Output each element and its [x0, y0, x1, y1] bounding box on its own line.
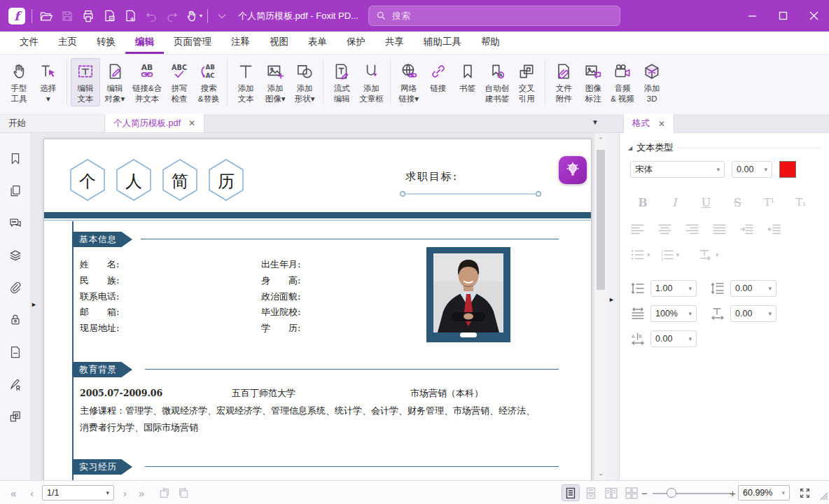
bold-button[interactable]: B — [634, 193, 652, 211]
zoom-slider-knob[interactable] — [667, 488, 676, 498]
single-page-view-button[interactable] — [562, 484, 580, 501]
facing-view-button[interactable] — [602, 484, 620, 501]
previous-view-button[interactable] — [158, 481, 170, 504]
menu-accessibility[interactable]: 辅助工具 — [414, 31, 471, 54]
first-line-indent-icon[interactable]: ▾ — [699, 249, 719, 260]
align-right-icon[interactable] — [685, 224, 699, 234]
page-number-box[interactable]: 1/1 ▾ — [42, 485, 114, 500]
ribbon-link[interactable]: 链接 — [424, 58, 453, 96]
vertical-scrollbar[interactable]: ⌃ ⌄ — [594, 133, 606, 480]
scrollbar-thumb[interactable] — [597, 150, 605, 290]
next-view-button[interactable] — [178, 481, 190, 504]
tab-close-icon[interactable]: ✕ — [188, 118, 195, 128]
menu-home[interactable]: 主页 — [48, 31, 87, 54]
menu-view[interactable]: 视图 — [260, 31, 298, 54]
signatures-panel-icon[interactable] — [8, 377, 23, 392]
fullscreen-button[interactable] — [800, 481, 810, 504]
bullet-list-icon[interactable]: ▾ — [631, 249, 650, 260]
minimize-button[interactable] — [737, 0, 767, 31]
zoom-level-box[interactable]: 60.99% ▾ — [738, 485, 790, 500]
underline-button[interactable]: U — [697, 193, 715, 211]
security-panel-icon[interactable] — [8, 312, 23, 328]
scroll-down-icon[interactable]: ⌄ — [594, 468, 607, 479]
page-insert-button[interactable] — [120, 6, 141, 27]
ribbon-hand-tool[interactable]: 手型 工具 — [4, 58, 34, 106]
print-button[interactable] — [78, 6, 99, 27]
facing-continuous-view-button[interactable] — [622, 484, 641, 501]
continuous-view-button[interactable] — [582, 484, 600, 501]
ribbon-cross-reference[interactable]: 交叉 引用 — [512, 58, 541, 106]
destinations-panel-icon[interactable] — [8, 344, 23, 360]
font-size-select[interactable]: 0.00 ▾ — [732, 161, 772, 178]
ribbon-image-annotation[interactable]: 图像 标注 — [578, 58, 608, 106]
toolbar-collapse-button[interactable] — [211, 6, 232, 27]
numbered-list-icon[interactable]: 123▾ — [660, 249, 680, 260]
ribbon-add-image[interactable]: 添加 图像▾ — [260, 58, 290, 106]
comments-panel-icon[interactable] — [8, 216, 23, 231]
menu-protect[interactable]: 保护 — [337, 31, 375, 54]
tab-document[interactable]: 个人简历模板.pdf ✕ — [105, 114, 204, 132]
search-box[interactable] — [368, 6, 620, 26]
format-panel-expand-handle-icon[interactable]: ► — [608, 296, 615, 303]
menu-edit[interactable]: 编辑 — [125, 31, 164, 54]
italic-button[interactable]: I — [665, 193, 683, 211]
tab-start[interactable]: 开始 — [0, 114, 105, 132]
resize-grip[interactable] — [818, 491, 828, 503]
ribbon-audio-video[interactable]: 音频 & 视频 — [608, 58, 637, 106]
kerning-select[interactable]: 0.00 ▾ — [650, 330, 697, 347]
menu-page-management[interactable]: 页面管理 — [164, 31, 221, 54]
menu-share[interactable]: 共享 — [375, 31, 414, 54]
format-panel-close-icon[interactable]: ✕ — [658, 119, 665, 129]
page-extract-button[interactable] — [99, 6, 120, 27]
undo-button[interactable] — [141, 6, 162, 27]
font-color-swatch[interactable] — [779, 161, 796, 178]
bookmarks-panel-icon[interactable] — [8, 151, 23, 167]
tab-overflow-caret[interactable]: ▼ — [592, 118, 599, 126]
last-page-button[interactable]: » — [139, 481, 144, 504]
menu-convert[interactable]: 转换 — [87, 31, 125, 54]
ribbon-spell-check[interactable]: ABC 拼写 检查 — [165, 58, 194, 106]
hand-mode-button[interactable]: ▾ — [183, 6, 204, 27]
ribbon-add-text[interactable]: 添加 文本 — [231, 58, 260, 106]
align-center-icon[interactable] — [658, 224, 671, 234]
paragraph-spacing-select[interactable]: 0.00 ▾ — [730, 280, 776, 297]
layers-panel-icon[interactable] — [8, 248, 23, 263]
ribbon-web-link[interactable]: 网络 链接▾ — [394, 58, 424, 106]
menu-form[interactable]: 表单 — [298, 31, 337, 54]
open-file-button[interactable] — [36, 6, 57, 27]
pages-panel-icon[interactable] — [8, 183, 23, 199]
indent-decrease-icon[interactable] — [767, 224, 781, 234]
tab-format-panel[interactable]: 格式 ✕ — [623, 114, 674, 133]
superscript-button[interactable]: T¹ — [760, 193, 779, 211]
zoom-slider-track[interactable] — [653, 493, 731, 494]
document-viewport[interactable]: 个 人 简 历 求职目标: — [32, 133, 594, 480]
zoom-in-button[interactable]: + — [730, 481, 736, 504]
zoom-out-button[interactable]: − — [641, 481, 648, 504]
text-type-section-header[interactable]: ◢ 文本类型 — [628, 141, 821, 154]
section-collapse-icon[interactable]: ◢ — [628, 145, 632, 151]
ribbon-search-replace[interactable]: ABAC 搜索 &替换 — [194, 58, 223, 106]
font-family-select[interactable]: 宋体 ▾ — [630, 161, 725, 178]
ribbon-file-attachment[interactable]: 文件 附件 — [549, 58, 578, 106]
ai-assistant-button[interactable] — [559, 156, 587, 184]
ribbon-bookmark[interactable]: 书签 — [453, 58, 482, 96]
indent-increase-icon[interactable] — [740, 224, 753, 234]
menu-file[interactable]: 文件 — [10, 31, 48, 54]
ribbon-auto-bookmark[interactable]: A 自动创 建书签 — [482, 58, 513, 106]
scroll-up-icon[interactable]: ⌃ — [594, 134, 607, 146]
maximize-button[interactable] — [767, 0, 798, 31]
close-button[interactable] — [798, 0, 829, 31]
next-page-button[interactable]: › — [123, 481, 127, 504]
align-justify-icon[interactable] — [713, 224, 726, 234]
line-spacing-select[interactable]: 1.00 ▾ — [650, 280, 697, 297]
ribbon-edit-text[interactable]: 编辑 文本 — [71, 58, 100, 106]
articles-panel-icon[interactable] — [8, 409, 23, 424]
subscript-button[interactable]: T₁ — [792, 193, 810, 211]
character-spacing-select[interactable]: 0.00 ▾ — [730, 305, 776, 322]
horizontal-scale-select[interactable]: 100% ▾ — [650, 305, 697, 322]
strikethrough-button[interactable]: S — [729, 193, 747, 211]
menu-help[interactable]: 帮助 — [471, 31, 510, 54]
ribbon-add-article-box[interactable]: 添加 文章框 — [356, 58, 386, 106]
menu-comment[interactable]: 注释 — [221, 31, 260, 54]
previous-page-button[interactable]: ‹ — [30, 481, 34, 504]
